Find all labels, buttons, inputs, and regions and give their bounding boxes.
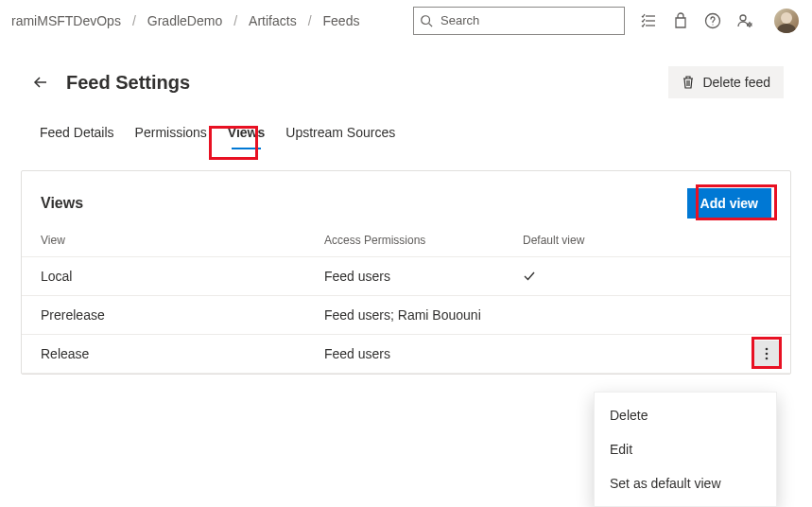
svg-point-12	[766, 348, 769, 351]
views-card-header: Views Add view	[22, 171, 790, 226]
breadcrumb: ramiMSFTDevOps / GradleDemo / Artifacts …	[11, 13, 359, 28]
trash-icon	[682, 75, 695, 90]
view-name: Release	[41, 346, 324, 361]
tab-feed-details[interactable]: Feed Details	[40, 125, 114, 149]
context-menu: Delete Edit Set as default view	[594, 392, 777, 507]
view-name: Local	[41, 269, 324, 284]
delete-feed-button[interactable]: Delete feed	[668, 66, 784, 98]
tab-upstream-sources[interactable]: Upstream Sources	[285, 125, 395, 149]
col-header-permissions: Access Permissions	[324, 234, 523, 247]
row-more-button[interactable]	[754, 341, 779, 367]
table-row[interactable]: Release Feed users	[22, 335, 790, 374]
views-card: Views Add view View Access Permissions D…	[21, 170, 791, 375]
breadcrumb-sep: /	[308, 13, 312, 28]
breadcrumb-org[interactable]: ramiMSFTDevOps	[11, 13, 121, 28]
view-permissions: Feed users; Rami Bououni	[324, 307, 523, 323]
table-row[interactable]: Local Feed users	[22, 257, 790, 296]
page-title: Feed Settings	[66, 72, 668, 94]
breadcrumb-sep: /	[132, 13, 136, 28]
svg-point-0	[422, 15, 430, 24]
help-icon[interactable]	[704, 12, 721, 29]
svg-point-6	[712, 24, 713, 25]
views-card-title: Views	[41, 195, 687, 212]
search-icon	[420, 14, 433, 27]
title-row: Feed Settings Delete feed	[0, 42, 812, 108]
ctx-set-default[interactable]: Set as default view	[595, 466, 776, 500]
list-icon[interactable]	[640, 12, 657, 29]
more-icon	[765, 346, 769, 361]
view-name: Prerelease	[41, 307, 324, 323]
search-input[interactable]	[439, 12, 618, 28]
default-view-check	[523, 270, 646, 283]
back-icon	[32, 74, 49, 91]
breadcrumb-project[interactable]: GradleDemo	[147, 13, 222, 28]
tab-permissions[interactable]: Permissions	[135, 125, 207, 149]
bag-icon[interactable]	[672, 12, 689, 29]
top-icon-bar	[640, 9, 799, 33]
add-view-button[interactable]: Add view	[687, 188, 771, 219]
table-row[interactable]: Prerelease Feed users; Rami Bououni	[22, 296, 790, 335]
avatar[interactable]	[774, 9, 799, 33]
delete-feed-label: Delete feed	[702, 75, 770, 90]
ctx-edit[interactable]: Edit	[595, 432, 776, 466]
svg-point-13	[766, 353, 769, 356]
views-table-header: View Access Permissions Default view	[22, 226, 790, 257]
col-header-default: Default view	[523, 234, 646, 247]
back-button[interactable]	[28, 70, 53, 95]
svg-line-1	[429, 23, 433, 26]
ctx-delete[interactable]: Delete	[595, 398, 776, 432]
breadcrumb-sep: /	[233, 13, 237, 28]
col-header-view: View	[41, 234, 324, 247]
breadcrumb-artifacts[interactable]: Artifacts	[249, 13, 297, 28]
breadcrumb-feeds[interactable]: Feeds	[323, 13, 360, 28]
search-box[interactable]	[413, 7, 625, 35]
tab-views[interactable]: Views	[228, 125, 265, 149]
view-permissions: Feed users	[324, 346, 523, 361]
view-permissions: Feed users	[324, 269, 523, 284]
check-icon	[523, 270, 536, 283]
admin-settings-icon[interactable]	[736, 12, 753, 29]
tabs: Feed Details Permissions Views Upstream …	[0, 108, 812, 149]
top-bar: ramiMSFTDevOps / GradleDemo / Artifacts …	[0, 0, 812, 42]
svg-point-14	[766, 358, 769, 360]
svg-point-7	[740, 15, 746, 21]
